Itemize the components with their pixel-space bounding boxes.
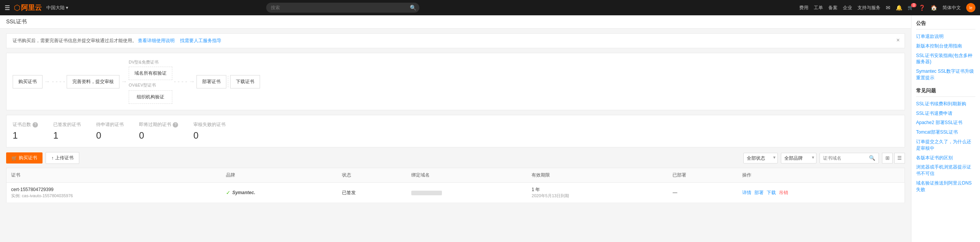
view-toggle: ⊞ ☰ bbox=[882, 153, 905, 164]
nav-support[interactable]: 支持与服务 bbox=[857, 5, 880, 11]
nav-help-icon[interactable]: ❓ bbox=[919, 5, 925, 11]
stat-signed-value: 1 bbox=[53, 130, 81, 141]
faq-section: 常见问题 SSL证书续费和到期新购 SSL证书退费申请 Apache2 部署SS… bbox=[916, 87, 975, 193]
domain-search-wrapper: 🔍 bbox=[820, 153, 879, 164]
list-view-button[interactable]: ☰ bbox=[894, 153, 905, 164]
faq-link-5[interactable]: 各版本证书的区别 bbox=[916, 155, 975, 161]
nav-ticket[interactable]: 工单 bbox=[814, 5, 823, 11]
grid-view-button[interactable]: ⊞ bbox=[882, 153, 893, 164]
sidebar-link-0[interactable]: 订单退款说明 bbox=[916, 33, 975, 40]
action-detail[interactable]: 详情 bbox=[742, 190, 751, 196]
stat-total-help[interactable]: ? bbox=[33, 122, 38, 128]
table-header-row: 证书 品牌 状态 绑定域名 有效期限 已部署 操作 bbox=[7, 168, 905, 183]
toolbar: 🛒 购买证书 ↑ 上传证书 全部状态 已签发 待审核 审核失败 即将过期 已过期 bbox=[6, 152, 905, 164]
brand-filter-wrapper: 全部品牌 Symantec GeoTrust DigiCert GlobalSi… bbox=[781, 153, 816, 164]
cert-status: 已签发 bbox=[342, 190, 356, 195]
domain-search-button[interactable]: 🔍 bbox=[866, 153, 879, 163]
banner-close-button[interactable]: ✕ bbox=[896, 38, 900, 43]
cert-domain-cell bbox=[407, 183, 527, 203]
brand-logo: ✓ Symantec. bbox=[226, 190, 332, 196]
faq-link-2[interactable]: Apache2 部署SSL证书 bbox=[916, 119, 975, 126]
flow-step-domain: 域名所有权验证 bbox=[129, 67, 172, 80]
nav-avatar[interactable]: Ie bbox=[966, 3, 975, 12]
sidebar-link-2[interactable]: SSL证书安装指南(包含多种服务器) bbox=[916, 52, 975, 65]
page-wrapper: SSL证书 证书购买后，需要完善证书信息并提交审核通过后才能使用。 查看详细使用… bbox=[0, 15, 980, 242]
flow-label-ovev: OV&EV型证书 bbox=[129, 82, 172, 88]
announcement-title: 公告 bbox=[916, 20, 975, 29]
page-title-bar: SSL证书 bbox=[0, 15, 911, 29]
nav-home-icon[interactable]: 🏠 bbox=[931, 5, 937, 11]
nav-fees[interactable]: 费用 bbox=[799, 5, 808, 11]
col-status: 状态 bbox=[337, 168, 407, 183]
stat-total: 证书总数 ? 1 bbox=[13, 121, 38, 141]
faq-link-4[interactable]: 订单提交之久了，为什么还是审核中 bbox=[916, 139, 975, 152]
col-actions: 操作 bbox=[738, 168, 905, 183]
faq-link-6[interactable]: 浏览器或手机浏览器提示证书不可信 bbox=[916, 164, 975, 177]
cart-count: 0 bbox=[911, 3, 916, 7]
faq-link-7[interactable]: 域名验证推送到阿里云DNS失败 bbox=[916, 180, 975, 193]
upload-cert-button[interactable]: ↑ 上传证书 bbox=[46, 152, 79, 164]
flow-arrow-1: → - - - - bbox=[44, 78, 65, 85]
action-links: 详情 部署 下载 吊销 bbox=[742, 190, 900, 196]
col-validity: 有效期限 bbox=[527, 168, 668, 183]
info-link1[interactable]: 查看详细使用说明 bbox=[138, 38, 175, 43]
sidebar-link-1[interactable]: 新版本控制台使用指南 bbox=[916, 43, 975, 49]
stat-expiring-value: 0 bbox=[139, 130, 178, 141]
cert-brand-cell: ✓ Symantec. bbox=[221, 183, 337, 203]
cert-validity-period: 1 年 bbox=[532, 186, 663, 193]
col-brand: 品牌 bbox=[221, 168, 337, 183]
col-cert: 证书 bbox=[7, 168, 222, 183]
upload-icon: ↑ bbox=[51, 155, 54, 161]
buy-cert-icon: 🛒 bbox=[11, 155, 17, 161]
domain-search-input[interactable] bbox=[820, 153, 866, 163]
flow-label-dv: DV型&免费证书 bbox=[129, 59, 172, 65]
search-bar: 🔍 bbox=[266, 3, 419, 13]
nav-message-icon[interactable]: ✉ bbox=[886, 5, 890, 11]
top-navigation: ☰ ⬡ 阿里云 中国大陆 ▾ 🔍 费用 工单 备案 企业 支持与服务 ✉ 🔔 🛒… bbox=[0, 0, 980, 15]
search-input[interactable] bbox=[266, 3, 419, 13]
right-sidebar: 公告 订单退款说明 新版本控制台使用指南 SSL证书安装指南(包含多种服务器) … bbox=[911, 15, 980, 242]
nav-enterprise[interactable]: 企业 bbox=[843, 5, 852, 11]
cert-table: 证书 品牌 状态 绑定域名 有效期限 已部署 操作 cert-155780472… bbox=[6, 168, 905, 203]
sidebar-link-3[interactable]: Symantec SSL数字证书升级重置提示 bbox=[916, 68, 975, 81]
faq-link-1[interactable]: SSL证书退费申请 bbox=[916, 110, 975, 117]
info-text: 证书购买后，需要完善证书信息并提交审核通过后才能使用。 bbox=[13, 38, 137, 43]
info-link2[interactable]: 找需要人工服务指导 bbox=[180, 38, 221, 43]
flow-step-deploy: 部署证书 bbox=[196, 75, 226, 88]
stat-review-value: 0 bbox=[193, 130, 226, 141]
cert-status-cell: 已签发 bbox=[337, 183, 407, 203]
faq-link-0[interactable]: SSL证书续费和到期新购 bbox=[916, 101, 975, 107]
action-deploy[interactable]: 部署 bbox=[754, 190, 764, 196]
cert-deployed-cell: — bbox=[668, 183, 737, 203]
cert-domain-blur bbox=[411, 191, 442, 195]
info-banner: 证书购买后，需要完善证书信息并提交审核通过后才能使用。 查看详细使用说明 找需要… bbox=[6, 33, 905, 48]
nav-lang[interactable]: 简体中文 bbox=[942, 5, 961, 11]
stat-review: 审核失败的证书 0 bbox=[193, 121, 226, 141]
flow-arrow-2: → bbox=[121, 78, 127, 85]
stat-expiring-help[interactable]: ? bbox=[173, 122, 178, 128]
cert-id: 实例: cas-ivauto-1557804035976 bbox=[11, 193, 217, 199]
flow-step-buy: 购买证书 bbox=[13, 75, 43, 88]
action-revoke[interactable]: 吊销 bbox=[779, 190, 788, 196]
logo[interactable]: ⬡ 阿里云 bbox=[14, 3, 42, 12]
stat-expiring: 即将过期的证书 ? 0 bbox=[139, 121, 178, 141]
stat-signed: 已签发的证书 1 bbox=[53, 121, 81, 141]
nav-filing[interactable]: 备案 bbox=[828, 5, 838, 11]
cert-deployed-count: — bbox=[672, 190, 677, 195]
buy-cert-button[interactable]: 🛒 购买证书 bbox=[6, 152, 43, 164]
status-filter[interactable]: 全部状态 已签发 待审核 审核失败 即将过期 已过期 bbox=[743, 153, 778, 164]
flow-diagram: 购买证书 → - - - - 完善资料，提交审核 → DV型&免费证书 域名所有… bbox=[6, 53, 905, 110]
brand-name: Symantec. bbox=[232, 190, 255, 195]
menu-icon[interactable]: ☰ bbox=[5, 4, 10, 11]
action-download[interactable]: 下载 bbox=[767, 190, 776, 196]
nav-cart[interactable]: 🛒0 bbox=[908, 5, 913, 10]
table-row: cert-1557804729399 实例: cas-ivauto-155780… bbox=[7, 183, 905, 203]
nav-bell-icon[interactable]: 🔔 bbox=[896, 5, 902, 11]
stats-row: 证书总数 ? 1 已签发的证书 1 待申请的证书 0 即将过期的证书 bbox=[6, 115, 905, 147]
brand-filter[interactable]: 全部品牌 Symantec GeoTrust DigiCert GlobalSi… bbox=[781, 153, 816, 164]
flow-step-download: 下载证书 bbox=[230, 75, 260, 88]
region-selector[interactable]: 中国大陆 ▾ bbox=[46, 5, 68, 11]
logo-text: 阿里云 bbox=[21, 3, 42, 12]
faq-link-3[interactable]: Tomcat部署SSL证书 bbox=[916, 129, 975, 136]
cert-name-cell: cert-1557804729399 实例: cas-ivauto-155780… bbox=[7, 183, 222, 203]
